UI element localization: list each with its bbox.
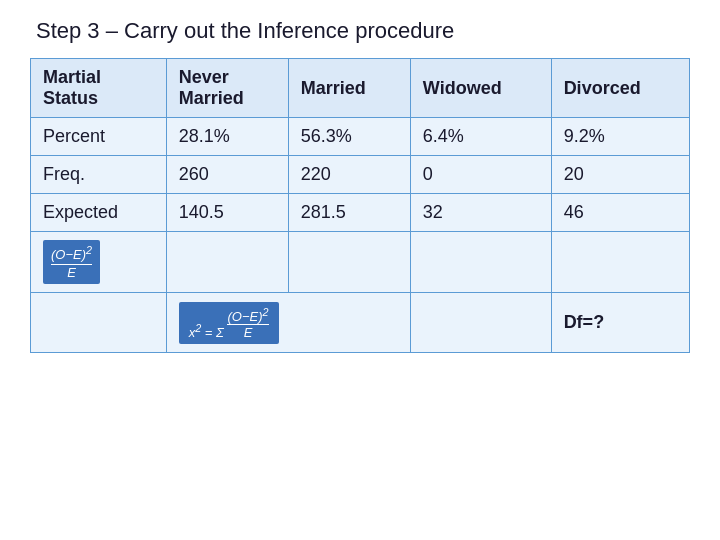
cell-formula-empty-2 <box>288 232 410 293</box>
table-row-formula2: x2 = Σ (O−E)2E Df=? <box>31 293 690 353</box>
cell-freq-widowed: 0 <box>410 156 551 194</box>
cell-percent-never: 28.1% <box>166 118 288 156</box>
cell-formula-box: (O−E)2E <box>31 232 167 293</box>
header-cell-divorced: Divorced <box>551 59 689 118</box>
row-label-expected: Expected <box>31 194 167 232</box>
cell-chi-formula: x2 = Σ (O−E)2E <box>166 293 410 353</box>
formula-oe-squared: (O−E)2E <box>43 240 100 284</box>
cell-chi-empty-1 <box>31 293 167 353</box>
page: Step 3 – Carry out the Inference procedu… <box>0 0 720 540</box>
cell-percent-widowed: 6.4% <box>410 118 551 156</box>
cell-df-label: Df=? <box>551 293 689 353</box>
cell-expected-married: 281.5 <box>288 194 410 232</box>
cell-percent-divorced: 9.2% <box>551 118 689 156</box>
df-text: Df=? <box>564 312 605 332</box>
inference-table: Martial Status NeverMarried Married Wido… <box>30 58 690 353</box>
table-row-percent: Percent 28.1% 56.3% 6.4% 9.2% <box>31 118 690 156</box>
cell-formula-empty-1 <box>166 232 288 293</box>
cell-formula-empty-4 <box>551 232 689 293</box>
cell-freq-married: 220 <box>288 156 410 194</box>
cell-expected-never: 140.5 <box>166 194 288 232</box>
header-cell-martial-status: Martial Status <box>31 59 167 118</box>
cell-freq-never: 260 <box>166 156 288 194</box>
cell-expected-widowed: 32 <box>410 194 551 232</box>
page-title: Step 3 – Carry out the Inference procedu… <box>30 18 690 44</box>
header-status: Status <box>43 88 98 108</box>
header-cell-married: Married <box>288 59 410 118</box>
cell-expected-divorced: 46 <box>551 194 689 232</box>
header-martial: Martial <box>43 67 101 87</box>
chi-square-formula: x2 = Σ (O−E)2E <box>179 302 279 344</box>
row-label-freq: Freq. <box>31 156 167 194</box>
header-cell-widowed: Widowed <box>410 59 551 118</box>
table-row-formula1: (O−E)2E <box>31 232 690 293</box>
cell-freq-divorced: 20 <box>551 156 689 194</box>
table-header-row: Martial Status NeverMarried Married Wido… <box>31 59 690 118</box>
cell-formula-empty-3 <box>410 232 551 293</box>
cell-percent-married: 56.3% <box>288 118 410 156</box>
row-label-percent: Percent <box>31 118 167 156</box>
header-cell-never-married: NeverMarried <box>166 59 288 118</box>
cell-chi-empty-2 <box>410 293 551 353</box>
table-row-expected: Expected 140.5 281.5 32 46 <box>31 194 690 232</box>
table-row-freq: Freq. 260 220 0 20 <box>31 156 690 194</box>
